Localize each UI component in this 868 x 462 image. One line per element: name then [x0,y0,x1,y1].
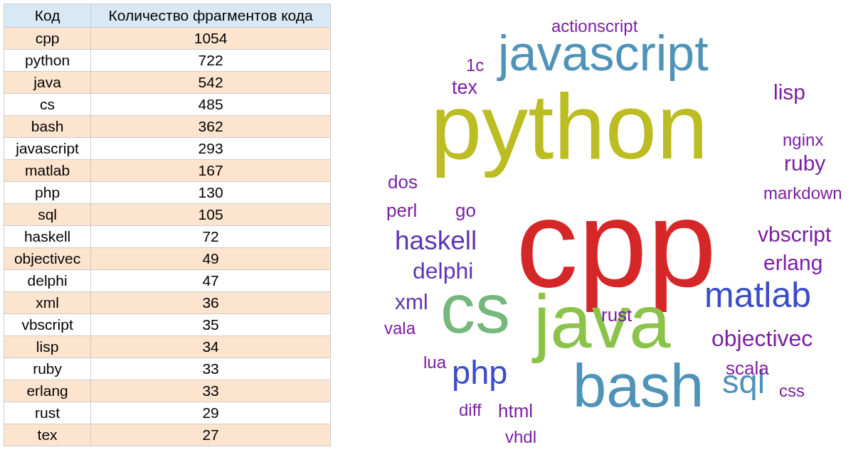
cell-code: sql [4,204,91,226]
cell-count: 34 [91,336,331,358]
cell-count: 47 [91,270,331,292]
wordcloud-word: delphi [413,259,473,282]
wordcloud-word: actionscript [551,18,637,35]
cell-code: delphi [4,270,91,292]
cell-count: 167 [91,160,331,182]
cell-count: 35 [91,314,331,336]
wordcloud-chart: cpppythonjavacsbashjavascriptmatlabphpsq… [374,4,864,451]
table-row: xml36 [4,292,331,314]
cell-count: 1054 [91,28,331,50]
table-row: haskell72 [4,226,331,248]
table-row: lisp34 [4,336,331,358]
table-row: erlang33 [4,380,331,402]
cell-count: 27 [91,424,331,446]
wordcloud-word: objectivec [711,327,813,350]
cell-count: 293 [91,138,331,160]
cell-code: xml [4,292,91,314]
wordcloud-word: markdown [763,185,842,202]
table-row: javascript293 [4,138,331,160]
wordcloud-word: cs [440,274,510,343]
cell-code: erlang [4,380,91,402]
cell-code: cs [4,94,91,116]
cell-code: lisp [4,336,91,358]
wordcloud-word: nginx [783,131,823,149]
wordcloud-word: ruby [784,153,825,174]
cell-count: 33 [91,380,331,402]
wordcloud-word: css [779,382,805,399]
table-row: objectivec49 [4,248,331,270]
table-row: delphi47 [4,270,331,292]
wordcloud-word: go [455,201,476,220]
wordcloud-word: perl [386,201,417,220]
wordcloud-word: scala [726,359,769,377]
table-row: rust29 [4,402,331,424]
wordcloud-word: lua [423,354,446,371]
table-row: vbscript35 [4,314,331,336]
wordcloud-word: vbscript [758,224,831,245]
cell-code: matlab [4,160,91,182]
cell-count: 105 [91,204,331,226]
cell-code: java [4,72,91,94]
wordcloud-word: javascript [498,28,709,78]
table-row: sql105 [4,204,331,226]
wordcloud-word: php [452,355,507,389]
table-header-code: Код [4,4,91,28]
data-table-container: Код Количество фрагментов кода cpp1054py… [4,4,331,458]
wordcloud-word: xml [395,291,428,313]
table-row: php130 [4,182,331,204]
table-row: java542 [4,72,331,94]
table-row: cpp1054 [4,28,331,50]
wordcloud-word: vala [384,320,416,337]
cell-count: 36 [91,292,331,314]
wordcloud-word: rust [601,306,632,324]
cell-count: 362 [91,116,331,138]
cell-code: tex [4,424,91,446]
cell-count: 72 [91,226,331,248]
cell-count: 542 [91,72,331,94]
wordcloud-word: lisp [773,82,805,103]
cell-code: javascript [4,138,91,160]
cell-count: 722 [91,50,331,72]
cell-code: bash [4,116,91,138]
code-fragments-table: Код Количество фрагментов кода cpp1054py… [4,4,331,446]
wordcloud-word: diff [459,402,482,419]
table-row: tex27 [4,424,331,446]
wordcloud-word: dos [388,173,418,191]
table-row: ruby33 [4,358,331,380]
cell-count: 33 [91,358,331,380]
cell-count: 130 [91,182,331,204]
table-header-count: Количество фрагментов кода [91,4,331,28]
table-row: python722 [4,50,331,72]
wordcloud-word: haskell [395,227,477,254]
wordcloud-word: erlang [763,252,822,274]
table-row: bash362 [4,116,331,138]
wordcloud-word: matlab [704,277,811,313]
cell-code: python [4,50,91,72]
wordcloud-word: html [498,402,533,420]
cell-count: 49 [91,248,331,270]
cell-code: haskell [4,226,91,248]
wordcloud-word: vhdl [505,429,536,446]
cell-code: cpp [4,28,91,50]
table-row: cs485 [4,94,331,116]
cell-count: 485 [91,94,331,116]
wordcloud-word: 1c [466,57,484,74]
wordcloud-word: bash [573,355,704,416]
cell-code: ruby [4,358,91,380]
cell-code: php [4,182,91,204]
cell-count: 29 [91,402,331,424]
cell-code: rust [4,402,91,424]
cell-code: vbscript [4,314,91,336]
wordcloud-word: tex [452,78,477,97]
cell-code: objectivec [4,248,91,270]
table-row: matlab167 [4,160,331,182]
